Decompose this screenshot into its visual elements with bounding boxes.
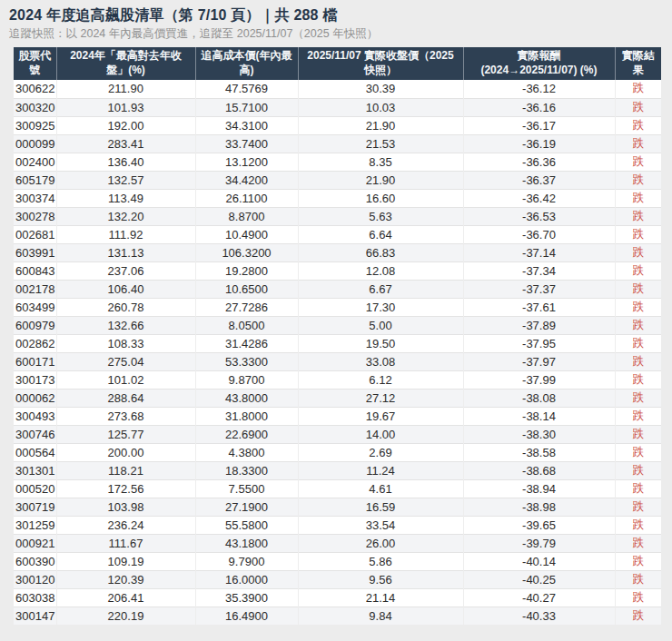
cell-actual-return-pct: -38.08 xyxy=(463,389,615,407)
cell-chase-cost-price: 34.3100 xyxy=(195,116,298,134)
table-row: 300120120.3916.00009.56-40.25跌 xyxy=(14,570,661,588)
cell-actual-close-price: 16.60 xyxy=(298,189,463,207)
cell-chase-cost-price: 8.8700 xyxy=(195,207,298,225)
cell-actual-result: 跌 xyxy=(615,425,661,443)
cell-high-vs-prev-close-pct: 136.40 xyxy=(56,153,195,171)
cell-actual-return-pct: -40.14 xyxy=(463,552,615,570)
cell-chase-cost-price: 9.8700 xyxy=(195,370,298,389)
cell-chase-cost-price: 4.3800 xyxy=(195,443,298,461)
cell-high-vs-prev-close-pct: 132.66 xyxy=(56,316,195,334)
cell-high-vs-prev-close-pct: 132.20 xyxy=(56,207,195,225)
cell-chase-cost-price: 27.7286 xyxy=(195,298,298,316)
cell-chase-cost-price: 26.1100 xyxy=(195,189,298,207)
cell-actual-close-price: 30.39 xyxy=(298,80,463,98)
cell-actual-return-pct: -36.70 xyxy=(463,225,615,243)
cell-actual-close-price: 2.69 xyxy=(298,443,463,461)
cell-actual-result: 跌 xyxy=(615,80,661,98)
cell-high-vs-prev-close-pct: 111.67 xyxy=(56,534,195,552)
cell-high-vs-prev-close-pct: 288.64 xyxy=(56,389,195,407)
table-row: 300925192.0034.310021.90-36.17跌 xyxy=(14,116,661,134)
cell-actual-close-price: 21.90 xyxy=(298,171,463,189)
cell-stock-code: 002178 xyxy=(14,280,56,298)
cell-actual-result: 跌 xyxy=(615,498,661,516)
column-header-actual-return-pct: 實際報酬 (2024→2025/11/07) (%) xyxy=(463,47,615,80)
table-row: 300622211.9047.576930.39-36.12跌 xyxy=(14,80,661,98)
cell-actual-return-pct: -40.25 xyxy=(463,570,615,588)
cell-actual-result: 跌 xyxy=(615,479,661,498)
cell-actual-result: 跌 xyxy=(615,516,661,534)
cell-actual-close-price: 33.54 xyxy=(298,516,463,534)
cell-actual-close-price: 33.08 xyxy=(298,352,463,370)
cell-actual-close-price: 19.67 xyxy=(298,407,463,425)
cell-high-vs-prev-close-pct: 283.41 xyxy=(56,134,195,153)
cell-actual-close-price: 19.50 xyxy=(298,334,463,352)
column-header-high-vs-prev-close-pct: 2024年「最高對去年收 盤」(%) xyxy=(56,47,195,80)
cell-actual-result: 跌 xyxy=(615,606,661,625)
cell-actual-return-pct: -37.89 xyxy=(463,316,615,334)
cell-high-vs-prev-close-pct: 192.00 xyxy=(56,116,195,134)
cell-stock-code: 300374 xyxy=(14,189,56,207)
cell-actual-result: 跌 xyxy=(615,280,661,298)
table-row: 600843237.0619.280012.08-37.34跌 xyxy=(14,261,661,280)
cell-actual-result: 跌 xyxy=(615,370,661,389)
cell-chase-cost-price: 19.2800 xyxy=(195,261,298,280)
table-row: 000099283.4133.740021.53-36.19跌 xyxy=(14,134,661,153)
cell-actual-result: 跌 xyxy=(615,552,661,570)
cell-actual-return-pct: -38.68 xyxy=(463,461,615,479)
cell-actual-return-pct: -40.33 xyxy=(463,606,615,625)
cell-high-vs-prev-close-pct: 172.56 xyxy=(56,479,195,498)
cell-stock-code: 000520 xyxy=(14,479,56,498)
cell-actual-result: 跌 xyxy=(615,534,661,552)
cell-chase-cost-price: 16.0000 xyxy=(195,570,298,588)
cell-high-vs-prev-close-pct: 101.02 xyxy=(56,370,195,389)
cell-high-vs-prev-close-pct: 131.13 xyxy=(56,243,195,261)
cell-actual-return-pct: -36.36 xyxy=(463,153,615,171)
cell-actual-return-pct: -37.61 xyxy=(463,298,615,316)
cell-chase-cost-price: 13.1200 xyxy=(195,153,298,171)
cell-chase-cost-price: 31.8000 xyxy=(195,407,298,425)
cell-chase-cost-price: 27.1900 xyxy=(195,498,298,516)
table-row: 600390109.199.79005.86-40.14跌 xyxy=(14,552,661,570)
table-row: 600171275.0453.330033.08-37.97跌 xyxy=(14,352,661,370)
cell-actual-result: 跌 xyxy=(615,570,661,588)
cell-stock-code: 300746 xyxy=(14,425,56,443)
cell-high-vs-prev-close-pct: 200.00 xyxy=(56,443,195,461)
cell-actual-return-pct: -36.42 xyxy=(463,189,615,207)
column-header-actual-result: 實際結 果 xyxy=(615,47,661,80)
cell-actual-result: 跌 xyxy=(615,352,661,370)
cell-actual-result: 跌 xyxy=(615,407,661,425)
cell-chase-cost-price: 33.7400 xyxy=(195,134,298,153)
cell-actual-return-pct: -36.53 xyxy=(463,207,615,225)
cell-actual-close-price: 12.08 xyxy=(298,261,463,280)
cell-actual-close-price: 4.61 xyxy=(298,479,463,498)
cell-actual-close-price: 27.12 xyxy=(298,389,463,407)
table-row: 002178106.4010.65006.67-37.37跌 xyxy=(14,280,661,298)
cell-high-vs-prev-close-pct: 101.93 xyxy=(56,98,195,116)
cell-actual-return-pct: -37.14 xyxy=(463,243,615,261)
cell-stock-code: 603038 xyxy=(14,588,56,606)
cell-chase-cost-price: 43.1800 xyxy=(195,534,298,552)
cell-actual-result: 跌 xyxy=(615,171,661,189)
cell-stock-code: 300120 xyxy=(14,570,56,588)
cell-chase-cost-price: 35.3900 xyxy=(195,588,298,606)
cell-actual-close-price: 5.86 xyxy=(298,552,463,570)
cell-stock-code: 300622 xyxy=(14,80,56,98)
cell-stock-code: 000099 xyxy=(14,134,56,153)
cell-actual-result: 跌 xyxy=(615,316,661,334)
cell-actual-return-pct: -37.34 xyxy=(463,261,615,280)
cell-stock-code: 000921 xyxy=(14,534,56,552)
cell-actual-result: 跌 xyxy=(615,334,661,352)
column-header-actual-close-price: 2025/11/07 實際收盤價（2025 快照） xyxy=(298,47,463,80)
cell-high-vs-prev-close-pct: 111.92 xyxy=(56,225,195,243)
cell-stock-code: 300173 xyxy=(14,370,56,389)
cell-actual-return-pct: -37.37 xyxy=(463,280,615,298)
table-row: 300493273.6831.800019.67-38.14跌 xyxy=(14,407,661,425)
cell-actual-close-price: 26.00 xyxy=(298,534,463,552)
cell-high-vs-prev-close-pct: 260.78 xyxy=(56,298,195,316)
table-row: 000921111.6743.180026.00-39.79跌 xyxy=(14,534,661,552)
cell-chase-cost-price: 9.7900 xyxy=(195,552,298,570)
cell-actual-close-price: 5.00 xyxy=(298,316,463,334)
cell-high-vs-prev-close-pct: 275.04 xyxy=(56,352,195,370)
cell-chase-cost-price: 106.3200 xyxy=(195,243,298,261)
cell-high-vs-prev-close-pct: 237.06 xyxy=(56,261,195,280)
